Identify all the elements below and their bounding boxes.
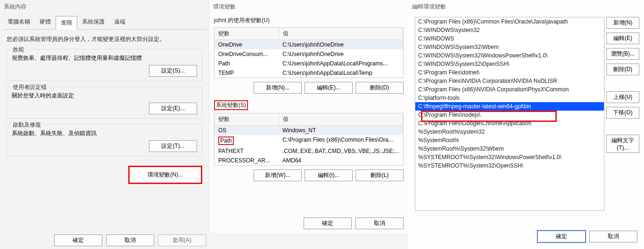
cell-val: C:\Program Files (x86)\Common Files\Ora.…: [279, 135, 403, 146]
path-item[interactable]: %SYSTEMROOT%\System32\OpenSSH\: [415, 161, 604, 170]
dialog-title: 環境變數: [209, 0, 408, 14]
tab-remote[interactable]: 遠端: [109, 16, 130, 29]
profile-settings-button[interactable]: 設定(E)...: [149, 103, 197, 114]
cell-val: AMD64: [279, 156, 403, 165]
ok-button[interactable]: 確定: [537, 231, 586, 242]
cell-val: Windows_NT: [279, 126, 403, 135]
cell-var: Path: [215, 59, 279, 68]
path-item[interactable]: C:\platform-tools: [415, 94, 604, 102]
tab-advanced[interactable]: 進階: [56, 16, 77, 30]
path-item[interactable]: C:\ffmpeg\ffmpeg-master-latest-win64-gpl…: [415, 102, 604, 111]
table-row[interactable]: OneDriveC:\Users\johnt\OneDrive: [215, 40, 403, 49]
startup-recovery-group: 啟動及修復 系統啟動、系統失敗、及偵錯資訊 設定(T)...: [7, 124, 202, 156]
ok-button[interactable]: 確定: [304, 217, 352, 229]
sys-new-button[interactable]: 新增(W)...: [254, 169, 302, 181]
col-header-val[interactable]: 值: [279, 113, 403, 125]
edit-environment-variable-dialog: 編輯環境變數 C:\Program Files (x86)\Common Fil…: [408, 0, 644, 249]
col-header-var[interactable]: 變數: [215, 113, 279, 125]
cell-var: PROCESSOR_AR...: [215, 156, 279, 165]
tab-computer-name[interactable]: 電腦名稱: [3, 16, 35, 29]
perf-settings-button[interactable]: 設定(S)...: [149, 65, 197, 77]
tab-hardware[interactable]: 硬體: [35, 16, 56, 29]
table-row[interactable]: TEMPC:\Users\johnt\AppData\Local\Temp: [215, 68, 403, 78]
system-vars-table[interactable]: 變數 值 OSWindows_NTPathC:\Program Files (x…: [214, 113, 404, 166]
dialog-footer: 確定 取消 套用(A): [54, 234, 206, 246]
edit-text-button[interactable]: 編輯文字(T)...: [606, 135, 639, 153]
path-item[interactable]: C:\WINDOWS: [415, 34, 604, 43]
browse-button[interactable]: 瀏覽(B)...: [606, 48, 639, 60]
user-vars-label: johnt 的使用者變數(U): [209, 14, 408, 27]
group-label: 效能: [11, 46, 26, 54]
dialog-title: 編輯環境變數: [408, 0, 644, 14]
group-desc: 系統啟動、系統失敗、及偵錯資訊: [12, 129, 197, 137]
path-item[interactable]: C:\WINDOWS\System32\OpenSSH\: [415, 60, 604, 68]
path-item[interactable]: C:\Program Files (x86)\Common Files\Orac…: [415, 17, 604, 26]
admin-message: 您必須以系統管理員的身分登入，才能變更這裡的大部分設定。: [7, 35, 202, 43]
environment-variables-dialog: 環境變數 johnt 的使用者變數(U) 變數 值 OneDriveC:\Use…: [209, 0, 408, 233]
cell-val: C:\Users\johnt\OneDrive: [279, 40, 403, 49]
ok-button[interactable]: 確定: [54, 234, 102, 246]
cancel-button[interactable]: 取消: [589, 231, 637, 242]
table-row[interactable]: PathC:\Program Files (x86)\Common Files\…: [215, 135, 403, 146]
tab-system-protection[interactable]: 系統保護: [77, 16, 109, 29]
sys-edit-button[interactable]: 編輯(I)...: [305, 169, 353, 181]
col-header-var[interactable]: 變數: [215, 28, 279, 40]
table-row[interactable]: PATHEXT.COM;.EXE;.BAT;.CMD;.VBS;.VBE;.JS…: [215, 146, 403, 156]
highlight-box: Path: [218, 137, 234, 145]
table-row[interactable]: PROCESSOR_AR...AMD64: [215, 156, 403, 165]
highlight-box: 系統變數(S): [214, 100, 248, 110]
cell-var: OneDrive: [215, 40, 279, 49]
move-down-button[interactable]: 下移(O): [606, 107, 639, 119]
cell-val: .COM;.EXE;.BAT;.CMD;.VBS;.VBE;.JS;.JSE;.…: [279, 146, 403, 156]
user-profile-group: 使用者設定檔 關於您登入時的桌面設定 設定(E)...: [7, 87, 202, 119]
path-item[interactable]: C:\WINDOWS\System32\WindowsPowerShell\v1…: [415, 51, 604, 60]
cancel-button[interactable]: 取消: [355, 217, 404, 229]
cell-var: PATHEXT: [215, 146, 279, 156]
group-label: 使用者設定檔: [11, 83, 49, 91]
group-label: 啟動及修復: [11, 121, 43, 129]
edit-button[interactable]: 編輯(E): [606, 32, 639, 44]
table-row[interactable]: OneDriveConsum...C:\Users\johnt\OneDrive: [215, 49, 403, 59]
sys-delete-button[interactable]: 刪除(L): [355, 169, 404, 181]
user-delete-button[interactable]: 刪除(D): [355, 82, 404, 94]
user-vars-table[interactable]: 變數 值 OneDriveC:\Users\johnt\OneDriveOneD…: [214, 27, 404, 78]
dialog-title: 系統內容: [0, 0, 209, 14]
path-item[interactable]: C:\WINDOWS\System32\Wbem: [415, 43, 604, 51]
startup-settings-button[interactable]: 設定(T)...: [149, 140, 197, 152]
table-row[interactable]: PathC:\Users\johnt\AppData\Local\Program…: [215, 59, 403, 68]
system-vars-label: 系統變數(S): [209, 97, 408, 113]
path-item[interactable]: C:\Program Files\nodejs\: [415, 111, 604, 119]
cancel-button[interactable]: 取消: [106, 234, 154, 246]
cell-var: Path: [215, 135, 279, 146]
path-item[interactable]: %SystemRoot%\System32\Wbem: [415, 145, 604, 153]
path-item[interactable]: C:\Program Files (x86)\NVIDIA Corporatio…: [415, 85, 604, 94]
group-desc: 視覺效果、處理器排程、記憶體使用量和虛擬記憶體: [12, 54, 197, 62]
cell-var: TEMP: [215, 68, 279, 78]
system-properties-dialog: 系統內容 電腦名稱 硬體 進階 系統保護 遠端 您必須以系統管理員的身分登入，才…: [0, 0, 209, 249]
user-new-button[interactable]: 新增(N)...: [254, 82, 302, 94]
apply-button[interactable]: 套用(A): [158, 234, 206, 246]
cell-var: OS: [215, 126, 279, 135]
environment-variables-button[interactable]: 環境變數(N)...: [128, 166, 202, 184]
delete-button[interactable]: 刪除(D): [606, 64, 639, 75]
tabs: 電腦名稱 硬體 進階 系統保護 遠端: [3, 16, 206, 30]
group-desc: 關於您登入時的桌面設定: [12, 92, 197, 100]
path-item[interactable]: %SystemRoot%\system32: [415, 128, 604, 136]
table-row[interactable]: OSWindows_NT: [215, 126, 403, 135]
col-header-val[interactable]: 值: [279, 28, 403, 40]
path-item[interactable]: C:\Program Files\dotnet\: [415, 68, 604, 77]
new-button[interactable]: 新增(N): [606, 17, 639, 29]
path-item[interactable]: %SystemRoot%: [415, 136, 604, 145]
move-up-button[interactable]: 上移(U): [606, 91, 639, 103]
path-item[interactable]: C:\Program Files\NVIDIA Corporation\NVID…: [415, 77, 604, 85]
cell-var: OneDriveConsum...: [215, 49, 279, 59]
cell-val: C:\Users\johnt\AppData\Local\Temp: [279, 68, 403, 78]
path-item[interactable]: C:\WINDOWS\system32: [415, 26, 604, 34]
path-item[interactable]: %SYSTEMROOT%\System32\WindowsPowerShell\…: [415, 153, 604, 161]
cell-val: C:\Users\johnt\OneDrive: [279, 49, 403, 59]
path-list[interactable]: C:\Program Files (x86)\Common Files\Orac…: [415, 17, 604, 211]
performance-group: 效能 視覺效果、處理器排程、記憶體使用量和虛擬記憶體 設定(S)...: [7, 49, 202, 81]
path-item[interactable]: C:\Program Files\Google\Chrome\Applicati…: [415, 119, 604, 128]
user-edit-button[interactable]: 編輯(E)...: [305, 82, 353, 94]
cell-val: C:\Users\johnt\AppData\Local\Programs...: [279, 59, 403, 68]
